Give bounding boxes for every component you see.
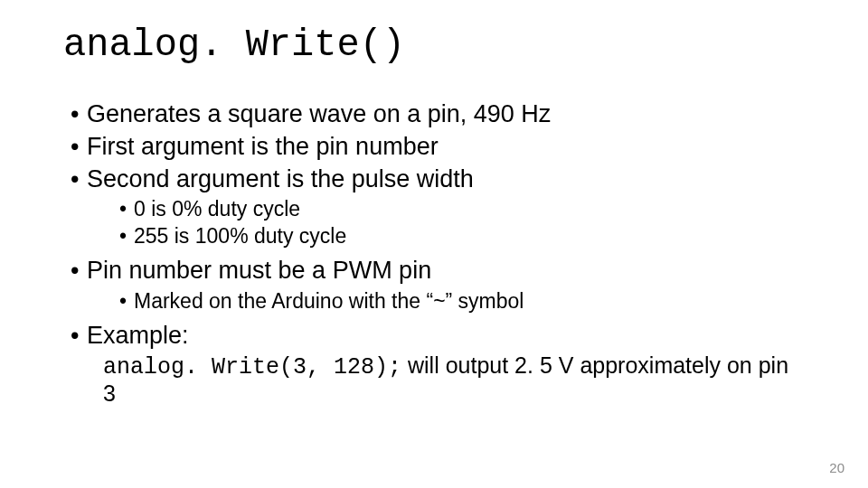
sub-bullet-item: Marked on the Arduino with the “~” symbo… bbox=[119, 288, 805, 315]
bullet-item: Generates a square wave on a pin, 490 Hz bbox=[71, 99, 805, 130]
example-line: analog. Write(3, 128); will output 2. 5 … bbox=[63, 352, 805, 407]
page-number: 20 bbox=[829, 460, 844, 475]
bullet-text: Example: bbox=[87, 322, 189, 349]
slide: analog. Write() Generates a square wave … bbox=[0, 0, 868, 488]
bullet-list: Generates a square wave on a pin, 490 Hz… bbox=[63, 99, 805, 351]
sub-bullet-list: 0 is 0% duty cycle 255 is 100% duty cycl… bbox=[87, 196, 805, 250]
sub-bullet-item: 0 is 0% duty cycle bbox=[119, 196, 805, 223]
bullet-item: Pin number must be a PWM pin Marked on t… bbox=[71, 256, 805, 315]
slide-title: analog. Write() bbox=[63, 23, 805, 67]
sub-bullet-item: 255 is 100% duty cycle bbox=[119, 223, 805, 250]
bullet-item: Second argument is the pulse width 0 is … bbox=[71, 164, 805, 251]
bullet-text: Pin number must be a PWM pin bbox=[87, 257, 431, 284]
bullet-item: Example: bbox=[71, 321, 805, 352]
bullet-item: First argument is the pin number bbox=[71, 132, 805, 163]
sub-bullet-list: Marked on the Arduino with the “~” symbo… bbox=[87, 288, 805, 315]
example-code: analog. Write(3, 128); bbox=[103, 354, 401, 380]
bullet-text: Second argument is the pulse width bbox=[87, 165, 474, 192]
